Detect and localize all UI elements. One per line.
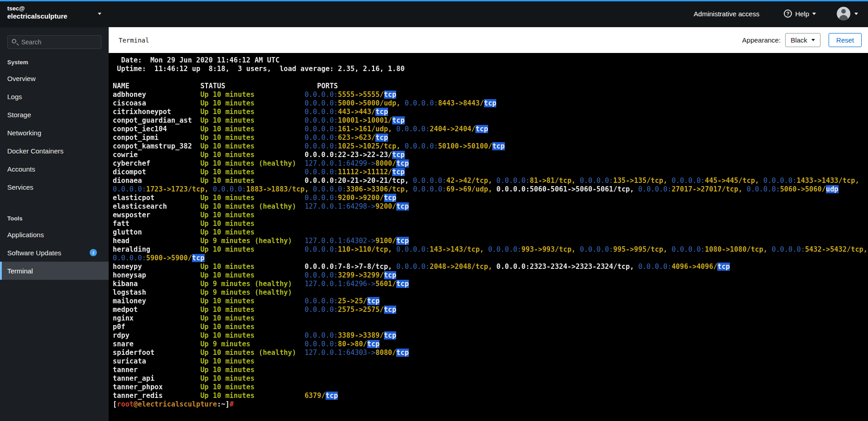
prompt-text: root [117, 400, 134, 408]
terminal-row-ewsposter: ewsposter Up 10 minutes [113, 211, 868, 220]
appearance-value: Black [791, 36, 807, 44]
port-mapping: 0.0.0.0: [396, 125, 430, 133]
protocol-chip: tcp [717, 263, 730, 271]
uptime-text: Uptime: 11:46:12 up 8:18, 3 users, load … [113, 65, 405, 73]
terminal-row-citrixhoneypot: citrixhoneypot Up 10 minutes 0.0.0.0:443… [113, 108, 868, 116]
info-icon: i [90, 249, 97, 256]
sidebar-nav: SystemOverviewLogsStorageNetworkingDocke… [0, 53, 109, 280]
protocol-chip: tcp [396, 202, 409, 210]
protocol-chip: tcp [367, 297, 380, 305]
user-menu[interactable] [837, 7, 858, 20]
chevron-down-icon [98, 13, 101, 15]
terminal-row-ciscoasa: ciscoasa Up 10 minutes 0.0.0.0:5000->500… [113, 99, 868, 108]
protocol-chip: tcp [396, 237, 409, 245]
container-status: Up 10 minutes [200, 245, 304, 254]
port-mapping: 0.0.0.0: [305, 331, 338, 340]
sidebar-item-overview[interactable]: Overview [0, 69, 109, 87]
port-mapping: 0.0.0.0: [638, 185, 671, 193]
protocol-chip: tcp [396, 349, 409, 357]
protocol-chip: tcp [384, 194, 397, 202]
port-mapping: 0.0.0.0: [488, 245, 522, 254]
sidebar-item-label: Networking [7, 129, 41, 137]
container-status: Up 9 minutes (healthy) [200, 237, 304, 245]
terminal-row-adbhoney: adbhoney Up 10 minutes 0.0.0.0:5555->555… [113, 91, 868, 99]
port-mapping: 11112->11112/ [338, 168, 392, 176]
sidebar-item-storage[interactable]: Storage [0, 105, 109, 124]
terminal-row-spiderfoot: spiderfoot Up 10 minutes (healthy) 127.0… [113, 349, 868, 357]
port-mapping: 50100->50100/ [438, 142, 492, 150]
container-status: Up 9 minutes (healthy) [200, 280, 304, 288]
terminal-row-medpot: medpot Up 10 minutes 0.0.0.0:2575->2575/… [113, 306, 868, 314]
port-mapping: 0.0.0.0:20-21->20-21/tcp, [305, 177, 413, 185]
sidebar-item-networking[interactable]: Networking [0, 124, 109, 142]
prompt-text: # [230, 400, 234, 408]
port-mapping: 10001->10001/ [338, 116, 392, 124]
container-status: Up 10 minutes [200, 366, 304, 374]
terminal-row-glutton: glutton Up 10 minutes [113, 228, 868, 237]
terminal-screen[interactable]: Date: Mon 29 Jun 2020 11:46:12 AM UTC Up… [109, 53, 868, 421]
sidebar-item-docker-containers[interactable]: Docker Containers [0, 142, 109, 160]
table-header-text: NAME STATUS PORTS [113, 82, 338, 90]
container-name: rdpy [113, 331, 200, 340]
administrative-access-button[interactable]: Administrative access [694, 10, 759, 18]
search-input[interactable] [7, 35, 101, 49]
accent-topline [0, 0, 868, 1]
port-mapping: 0.0.0.0: [305, 125, 338, 133]
container-name: conpot_ipmi [113, 134, 200, 142]
container-status: Up 10 minutes [200, 211, 304, 219]
container-status: Up 10 minutes [200, 142, 304, 150]
container-name: medpot [113, 306, 200, 314]
terminal-row-tanner_phpox: tanner_phpox Up 10 minutes [113, 383, 868, 392]
port-mapping: 1883->1883/tcp, [246, 185, 313, 193]
appearance-select[interactable]: Black [785, 33, 820, 47]
container-status: Up 10 minutes [200, 392, 304, 400]
container-name: nginx [113, 314, 200, 322]
container-status: Up 10 minutes [200, 108, 304, 116]
terminal-row-conpot_guardian_ast: conpot_guardian_ast Up 10 minutes 0.0.0.… [113, 116, 868, 125]
terminal-row-logstash: logstash Up 9 minutes (healthy) [113, 288, 868, 297]
container-status: Up 10 minutes [200, 323, 304, 331]
container-status: Up 10 minutes [200, 125, 304, 133]
port-mapping: 1433->1433/tcp, [796, 177, 863, 185]
port-mapping: 0.0.0.0: [763, 177, 797, 185]
brand-user: tsec@ [7, 5, 101, 12]
sidebar-item-applications[interactable]: Applications [0, 225, 109, 244]
container-status: Up 10 minutes [200, 374, 304, 383]
port-mapping: 69->69/udp, [446, 185, 497, 193]
container-name: conpot_guardian_ast [113, 116, 200, 124]
host-switcher[interactable]: tsec@ electricalsculpture [0, 0, 109, 27]
container-name: spiderfoot [113, 349, 200, 357]
sidebar-item-logs[interactable]: Logs [0, 87, 109, 105]
terminal-row-tanner_api: tanner_api Up 10 minutes [113, 374, 868, 383]
sidebar-item-terminal[interactable]: Terminal [0, 262, 109, 280]
help-menu[interactable]: ? Help [784, 10, 816, 18]
protocol-chip: udp [826, 185, 839, 193]
container-name: tanner [113, 366, 200, 374]
port-mapping: 0.0.0.0: [305, 168, 338, 176]
terminal-row-p0f: p0f Up 10 minutes [113, 323, 868, 331]
port-mapping: 0.0.0.0: [113, 185, 146, 193]
protocol-chip: tcp [492, 142, 505, 150]
terminal-row-fatt: fatt Up 10 minutes [113, 220, 868, 228]
terminal-row-kibana: kibana Up 9 minutes (healthy) 127.0.0.1:… [113, 280, 868, 288]
port-mapping: 0.0.0.0: [580, 177, 614, 185]
port-mapping: 8443->8443/ [438, 99, 484, 107]
sidebar-item-services[interactable]: Services [0, 178, 109, 196]
sidebar: tsec@ electricalsculpture SystemOverview… [0, 0, 109, 421]
container-status: Up 10 minutes [200, 271, 304, 279]
container-name: head [113, 237, 200, 245]
masthead: Administrative access ? Help [109, 0, 868, 27]
protocol-chip: tcp [375, 108, 388, 116]
port-mapping: 5555->5555/ [338, 91, 384, 99]
terminal-date-line: Date: Mon 29 Jun 2020 11:46:12 AM UTC [113, 56, 868, 65]
port-mapping: 0.0.0.0: [305, 297, 338, 305]
port-mapping: 5900->5900/ [146, 254, 192, 262]
protocol-chip: tcp [392, 168, 405, 176]
port-mapping: 81->81/tcp, [530, 177, 580, 185]
sidebar-item-software-updates[interactable]: Software Updatesi [0, 244, 109, 262]
sidebar-item-label: Services [7, 183, 34, 191]
port-mapping: 0.0.0.0: [213, 185, 246, 193]
container-status: Up 10 minutes [200, 357, 304, 365]
reset-button[interactable]: Reset [829, 33, 862, 47]
sidebar-item-accounts[interactable]: Accounts [0, 160, 109, 178]
